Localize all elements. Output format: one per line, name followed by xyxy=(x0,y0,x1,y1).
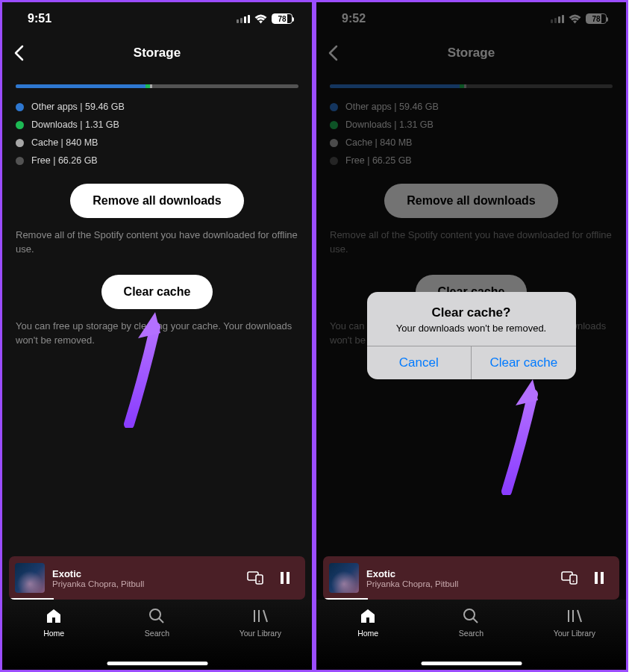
bar-cache xyxy=(464,84,466,88)
storage-section: Other apps | 59.46 GB Downloads | 1.31 G… xyxy=(316,71,626,166)
dot-icon xyxy=(16,121,24,129)
phone-right: 9:52 78 Storage Other apps | 59.46 GB Do… xyxy=(314,0,628,672)
svg-line-4 xyxy=(159,618,163,623)
status-time: 9:51 xyxy=(28,12,51,25)
svg-point-9 xyxy=(573,581,575,582)
remove-downloads-help: Remove all of the Spotify content you ha… xyxy=(316,228,626,257)
svg-point-10 xyxy=(464,609,475,620)
back-button[interactable] xyxy=(2,37,35,69)
storage-legend: Other apps | 59.46 GB Downloads | 1.31 G… xyxy=(330,102,613,166)
status-time: 9:52 xyxy=(342,12,366,25)
cellular-icon xyxy=(551,15,564,23)
album-art xyxy=(329,563,359,593)
dot-icon xyxy=(16,157,24,165)
legend-other: Other apps | 59.46 GB xyxy=(16,102,298,112)
remove-downloads-button[interactable]: Remove all downloads xyxy=(70,184,243,218)
status-bar: 9:51 78 xyxy=(2,2,312,35)
dialog-title: Clear cache? xyxy=(378,305,566,320)
now-playing-meta: Exotic Priyanka Chopra, Pitbull xyxy=(52,568,237,588)
battery-icon: 78 xyxy=(272,13,292,24)
track-artist: Priyanka Chopra, Pitbull xyxy=(52,579,237,588)
home-icon xyxy=(359,607,377,625)
bar-other xyxy=(16,84,145,88)
bottom-nav: Home Search Your Library xyxy=(316,600,626,670)
home-indicator xyxy=(107,662,207,665)
now-playing-bar[interactable]: Exotic Priyanka Chopra, Pitbull xyxy=(9,556,305,600)
track-artist: Priyanka Chopra, Pitbull xyxy=(366,579,551,588)
page-title: Storage xyxy=(316,46,626,60)
home-indicator xyxy=(421,662,522,665)
now-playing-meta: Exotic Priyanka Chopra, Pitbull xyxy=(366,568,551,588)
connect-device-icon[interactable] xyxy=(558,571,581,585)
remove-downloads-button[interactable]: Remove all downloads xyxy=(384,184,557,218)
page-title: Storage xyxy=(2,46,312,60)
clear-cache-dialog: Clear cache? Your downloads won't be rem… xyxy=(367,292,576,379)
bar-other xyxy=(330,84,460,88)
library-icon xyxy=(566,607,583,625)
clear-cache-button[interactable]: Clear cache xyxy=(101,275,213,309)
library-icon xyxy=(251,607,269,625)
annotation-arrow xyxy=(466,376,585,495)
clear-cache-help: You can free up storage by clearing your… xyxy=(2,320,312,348)
nav-search[interactable]: Search xyxy=(441,607,501,670)
svg-line-11 xyxy=(473,618,478,623)
legend-downloads: Downloads | 1.31 GB xyxy=(330,119,613,130)
cellular-icon xyxy=(237,15,250,23)
dot-icon xyxy=(330,157,338,165)
now-playing-bar[interactable]: Exotic Priyanka Chopra, Pitbull xyxy=(323,556,619,600)
header: Storage xyxy=(316,35,626,71)
remove-downloads-help: Remove all of the Spotify content you ha… xyxy=(2,228,312,257)
storage-bar xyxy=(16,84,298,88)
storage-legend: Other apps | 59.46 GB Downloads | 1.31 G… xyxy=(16,102,298,166)
wifi-icon xyxy=(569,14,581,24)
connect-device-icon[interactable] xyxy=(244,571,266,585)
header: Storage xyxy=(2,35,312,71)
storage-bar xyxy=(330,84,613,88)
svg-point-2 xyxy=(259,581,260,582)
search-icon xyxy=(462,607,480,625)
pause-button[interactable] xyxy=(274,572,296,584)
dot-icon xyxy=(16,103,24,111)
dot-icon xyxy=(16,139,24,147)
legend-other: Other apps | 59.46 GB xyxy=(330,102,613,112)
svg-rect-1 xyxy=(256,575,263,584)
track-title: Exotic xyxy=(366,568,551,579)
nav-library[interactable]: Your Library xyxy=(231,607,290,670)
svg-point-3 xyxy=(150,609,160,620)
nav-home[interactable]: Home xyxy=(338,607,398,670)
nav-search[interactable]: Search xyxy=(127,607,187,670)
dot-icon xyxy=(330,121,338,129)
phone-left: 9:51 78 Storage Other apps | 59.46 GB Do… xyxy=(0,0,314,672)
legend-cache: Cache | 840 MB xyxy=(330,137,613,148)
legend-cache: Cache | 840 MB xyxy=(16,137,298,148)
dot-icon xyxy=(330,103,338,111)
legend-free: Free | 66.25 GB xyxy=(330,155,613,166)
dialog-confirm-button[interactable]: Clear cache xyxy=(472,346,576,379)
status-bar: 9:52 78 xyxy=(316,2,626,35)
home-icon xyxy=(45,607,63,625)
bottom-nav: Home Search Your Library xyxy=(2,600,312,670)
search-icon xyxy=(148,607,166,625)
svg-rect-8 xyxy=(570,575,577,584)
dialog-message: Your downloads won't be removed. xyxy=(378,323,566,334)
legend-free: Free | 66.26 GB xyxy=(16,155,298,166)
bar-cache xyxy=(150,84,152,88)
album-art xyxy=(15,563,45,593)
back-button[interactable] xyxy=(316,37,349,69)
status-right: 78 xyxy=(551,13,607,24)
track-title: Exotic xyxy=(52,568,237,579)
nav-home[interactable]: Home xyxy=(24,607,84,670)
dot-icon xyxy=(330,139,338,147)
status-right: 78 xyxy=(237,13,292,24)
nav-library[interactable]: Your Library xyxy=(545,607,604,670)
pause-button[interactable] xyxy=(588,572,610,584)
dialog-cancel-button[interactable]: Cancel xyxy=(367,346,472,379)
wifi-icon xyxy=(254,14,267,24)
storage-section: Other apps | 59.46 GB Downloads | 1.31 G… xyxy=(2,71,312,166)
legend-downloads: Downloads | 1.31 GB xyxy=(16,119,298,130)
battery-icon: 78 xyxy=(586,13,607,24)
